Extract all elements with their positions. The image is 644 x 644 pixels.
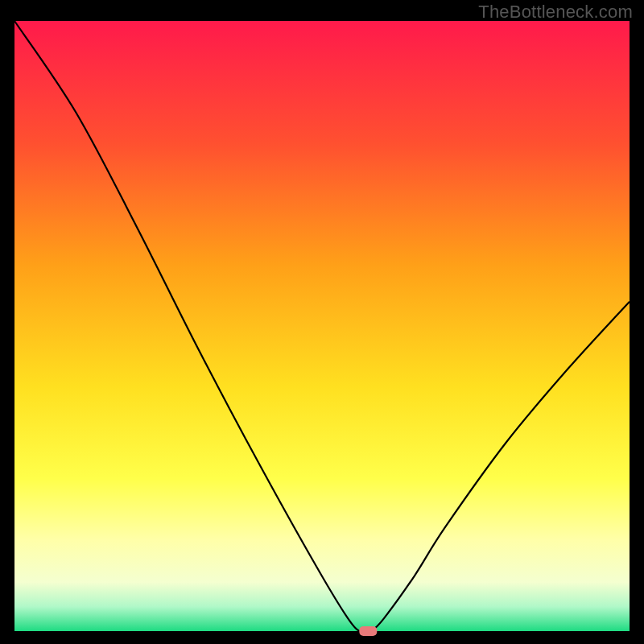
bottleneck-chart	[0, 0, 644, 644]
watermark-text: TheBottleneck.com	[478, 2, 633, 23]
chart-frame: TheBottleneck.com	[0, 0, 644, 644]
optimum-marker	[359, 626, 377, 636]
plot-background	[14, 21, 630, 631]
